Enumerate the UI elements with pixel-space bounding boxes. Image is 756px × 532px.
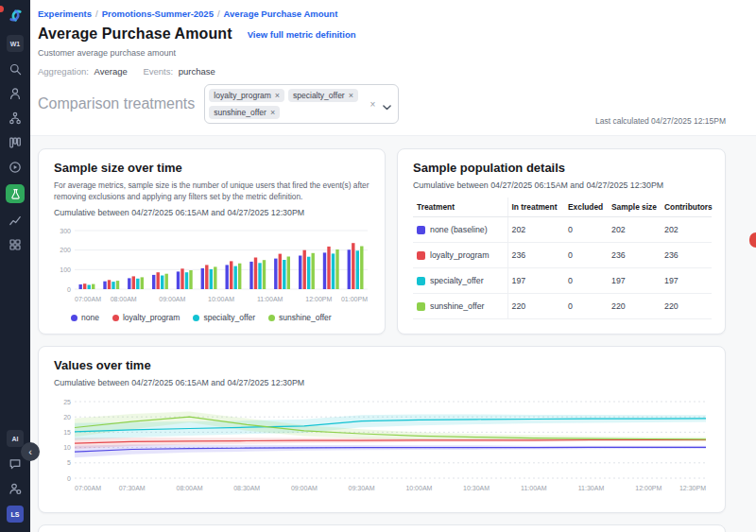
svg-text:07:00AM: 07:00AM [75,485,101,491]
table-cell: 0 [564,217,608,243]
comparison-treatments-select[interactable]: loyalty_program×specialty_offer×sunshine… [204,84,399,124]
table-cell: 220 [608,294,661,319]
legend-swatch [268,315,275,321]
pulse-icon[interactable] [8,160,23,175]
table-cell: 202 [661,217,712,243]
svg-text:25: 25 [63,399,71,405]
treatment-cell: sunshine_offer [413,294,507,319]
legend-item[interactable]: sunshine_offer [268,313,332,322]
search-icon[interactable] [8,61,23,77]
column-header-excluded[interactable]: Excluded [564,197,608,217]
table-cell: 197 [507,268,564,294]
table-row[interactable]: specialty_offer1970197197 [413,268,712,294]
main-content: Experiments/Promotions-Summer-2025/Avera… [30,0,756,532]
users-icon[interactable] [8,86,23,101]
table-row[interactable]: none (baseline)2020202202 [413,217,712,243]
breadcrumb-current[interactable]: Average Purchase Amount [224,9,338,19]
table-cell: 236 [507,243,564,268]
page-header: Experiments/Promotions-Summer-2025/Avera… [30,0,756,136]
ai-assistant-badge[interactable]: AI [7,430,24,447]
table-header-row: Treatment In treatment Excluded Sample s… [413,197,712,217]
breadcrumb: Experiments/Promotions-Summer-2025/Avera… [38,9,726,19]
svg-text:12:00PM: 12:00PM [305,296,332,302]
column-header-treatment[interactable]: Treatment [413,197,507,217]
treatment-name: specialty_offer [430,276,484,285]
remove-treatment-icon[interactable]: × [349,91,353,100]
legend-swatch [193,315,199,321]
column-header-in-treatment[interactable]: In treatment [507,197,564,217]
svg-text:01:00PM: 01:00PM [341,296,368,302]
column-header-sample-size[interactable]: Sample size [608,197,661,217]
population-cumulative: Cumulative between 04/27/2025 06:15AM an… [413,180,710,190]
treatment-cell: loyalty_program [413,243,507,268]
columns-icon[interactable] [8,135,23,150]
svg-text:12:00PM: 12:00PM [635,485,662,491]
table-cell: 236 [661,243,712,268]
svg-text:200: 200 [60,247,71,253]
svg-text:08:00AM: 08:00AM [176,485,202,491]
remove-treatment-icon[interactable]: × [270,108,275,117]
population-card-title: Sample population details [413,161,710,175]
treatment-chip[interactable]: specialty_offer× [288,89,358,102]
treatment-color-swatch [417,251,425,260]
table-cell: 197 [661,268,712,294]
grid-icon[interactable] [8,237,23,252]
treatment-name: loyalty_program [430,250,490,260]
right-edge-tab[interactable] [749,232,756,248]
svg-text:11:00AM: 11:00AM [521,485,547,491]
legend-item[interactable]: none [71,313,99,322]
branch-icon[interactable] [8,111,23,126]
treatment-name: none (baseline) [430,225,488,234]
svg-text:09:30AM: 09:30AM [349,485,375,491]
clear-selection-icon[interactable]: × [369,99,375,110]
page-title: Average Purchase Amount [38,26,232,43]
account-settings-icon[interactable] [8,481,23,496]
values-card-title: Values over time [54,358,710,372]
svg-text:10: 10 [63,444,71,451]
legend-item[interactable]: loyalty_program [112,313,180,322]
breadcrumb-link-experiments[interactable]: Experiments [38,9,92,19]
workspace-badge[interactable]: W1 [7,35,24,52]
legend-item[interactable]: specialty_offer [193,313,255,322]
svg-text:300: 300 [60,228,71,234]
treatment-chip[interactable]: sunshine_offer× [209,106,280,119]
svg-text:11:30AM: 11:30AM [578,485,605,491]
svg-text:10:00AM: 10:00AM [208,296,234,302]
line-chart-icon[interactable] [8,213,23,228]
metric-dispersion-card: Metric dispersion Cumulative between 04/… [38,524,726,532]
svg-text:08:30AM: 08:30AM [233,485,260,491]
remove-treatment-icon[interactable]: × [275,91,280,100]
legend-label: loyalty_program [123,313,180,322]
sample-size-chart[interactable]: 010020030007:00AM08:00AM09:00AM10:00AM11… [54,225,369,310]
sample-size-card-title: Sample size over time [54,161,369,175]
legend-swatch [71,315,77,321]
svg-text:09:00AM: 09:00AM [159,296,185,302]
aggregation-value: Average [94,66,128,77]
sample-size-cumulative: Cumulative between 04/27/2025 06:15AM an… [54,208,369,217]
chat-icon[interactable] [8,456,23,472]
values-chart[interactable]: 051015202507:00AM07:30AM08:00AM08:30AM09… [54,395,710,501]
table-cell: 202 [507,217,564,243]
events-label: Events: [143,66,173,77]
svg-text:10:00AM: 10:00AM [405,485,432,491]
treatment-cell: specialty_offer [413,268,507,294]
svg-text:07:00AM: 07:00AM [75,296,101,302]
app-logo-icon[interactable] [8,8,24,24]
treatment-chip[interactable]: loyalty_program× [209,89,284,102]
population-table: Treatment In treatment Excluded Sample s… [413,197,712,319]
breadcrumb-separator: / [217,9,220,19]
sidebar-item-experiments-active[interactable] [6,184,25,203]
sample-size-legend: noneloyalty_programspecialty_offersunshi… [54,313,369,322]
view-metric-definition-link[interactable]: View full metric definition [248,29,356,40]
chevron-down-icon[interactable] [383,97,391,114]
table-cell: 236 [608,243,661,268]
table-row[interactable]: loyalty_program2360236236 [413,243,712,268]
breadcrumb-link-experiment[interactable]: Promotions-Summer-2025 [102,9,214,19]
table-row[interactable]: sunshine_offer2200220220 [413,294,712,319]
legend-label: specialty_offer [203,313,255,322]
notification-dot [0,6,4,12]
user-avatar-badge[interactable]: LS [7,506,24,523]
sidebar-collapse-button[interactable]: ‹ [21,442,40,461]
column-header-contributors[interactable]: Contributors [661,197,712,217]
population-table-body: none (baseline)2020202202loyalty_program… [413,217,712,319]
